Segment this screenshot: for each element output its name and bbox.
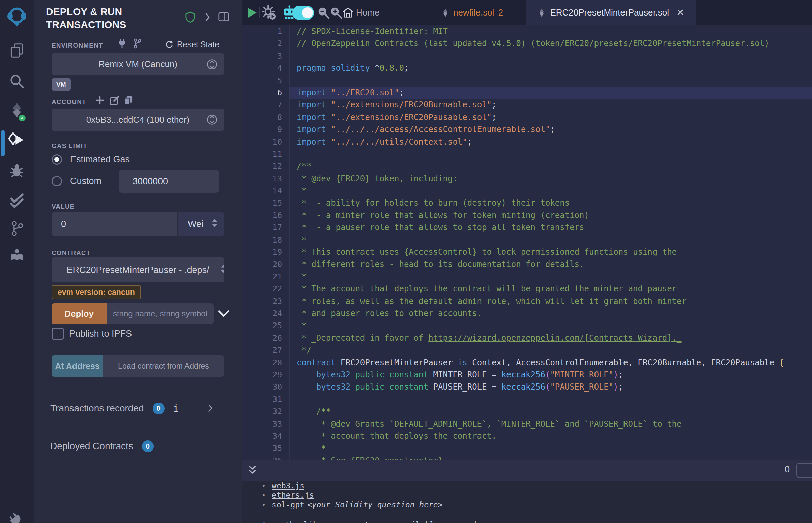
code-line[interactable]: 31 — [242, 393, 812, 405]
account-select[interactable]: 0x5B3...eddC4 (100 ether) — [52, 109, 224, 131]
code-line[interactable]: 11 — [242, 148, 812, 160]
code-line[interactable]: 9import "../../../access/AccessControlEn… — [242, 123, 812, 136]
reset-state-button[interactable]: Reset State — [165, 40, 219, 49]
code-line[interactable]: 30 bytes32 public constant PAUSER_ROLE =… — [242, 381, 812, 393]
code-line[interactable]: 6import "../ERC20.sol"; — [242, 87, 812, 99]
publish-ipfs-checkbox[interactable] — [52, 327, 64, 340]
deploy-expand-chevron-icon[interactable] — [218, 310, 229, 319]
run-settings-gear-icon[interactable] — [262, 5, 277, 22]
code-line[interactable]: 16 * - a minter role that allows for tok… — [242, 209, 812, 221]
code-line[interactable]: 33 * @dev Grants `DEFAULT_ADMIN_ROLE`, `… — [242, 418, 812, 430]
code-line[interactable]: 23 * roles, as well as the default admin… — [242, 295, 812, 307]
code-text: import "../extensions/ERC20Pausable.sol"… — [282, 111, 496, 123]
code-text: import "../../../access/AccessControlEnu… — [282, 123, 555, 136]
at-address-input[interactable]: Load contract from Addres — [103, 355, 224, 377]
terminal-bar[interactable]: 0 — [242, 460, 812, 481]
code-line[interactable]: 2// OpenZeppelin Contracts (last updated… — [242, 37, 812, 50]
copilot-toggle[interactable] — [293, 6, 314, 20]
code-line[interactable]: 26 * _Deprecated in favor of https://wiz… — [242, 332, 812, 344]
code-line[interactable]: 36 * See {ERC20-constructor}. — [242, 455, 812, 460]
solidity-compiler-icon[interactable]: ✓ — [10, 102, 24, 120]
layout-columns-icon[interactable] — [218, 12, 229, 22]
code-line[interactable]: 34 * account that deploys the contract. — [242, 430, 812, 442]
code-line[interactable]: 7import "../extensions/ERC20Burnable.sol… — [242, 99, 812, 111]
zoom-out-icon[interactable] — [317, 6, 330, 21]
search-icon[interactable] — [9, 73, 24, 90]
code-line[interactable]: 8import "../extensions/ERC20Pausable.sol… — [242, 111, 812, 123]
code-line[interactable]: 3 — [242, 50, 812, 62]
code-line[interactable]: 4pragma solidity ^0.8.0; — [242, 62, 812, 74]
pin-panel-chevron-icon[interactable] — [205, 12, 210, 22]
add-account-icon[interactable] — [95, 96, 105, 105]
remix-logo-icon[interactable] — [7, 7, 26, 29]
remix-ide-window: ✓ DEPLOY & RUN TRANSACTIONS — [0, 0, 812, 523]
unit-testing-icon[interactable] — [9, 192, 24, 210]
deploy-button[interactable]: Deploy — [52, 303, 107, 324]
code-line[interactable]: 29 bytes32 public constant MINTER_ROLE =… — [242, 369, 812, 381]
code-lines[interactable]: 1// SPDX-License-Identifier: MIT2// Open… — [242, 25, 812, 460]
code-line[interactable]: 32 /** — [242, 405, 812, 417]
code-line[interactable]: 24 * and pauser roles to other accounts. — [242, 307, 812, 320]
code-line[interactable]: 18 * — [242, 234, 812, 246]
plugin-manager-icon[interactable] — [6, 510, 27, 523]
deploy-run-icon[interactable] — [8, 132, 25, 149]
estimated-gas-radio[interactable]: Estimated Gas — [52, 154, 130, 165]
code-line[interactable]: 20 * different roles - head to its docum… — [242, 258, 812, 270]
unit-updown-icon — [212, 219, 217, 230]
code-line[interactable]: 22 * The account that deploys the contra… — [242, 283, 812, 295]
line-number: 25 — [242, 320, 282, 331]
code-line[interactable]: 21 * — [242, 271, 812, 283]
run-script-icon[interactable] — [248, 8, 257, 18]
fork-state-icon[interactable] — [133, 38, 142, 49]
code-line[interactable]: 13 * @dev {ERC20} token, including: — [242, 173, 812, 185]
contract-select[interactable]: ERC20PresetMinterPauser - .deps/ — [52, 257, 224, 283]
value-input[interactable]: 0 — [52, 212, 177, 236]
edit-account-icon[interactable] — [110, 96, 119, 106]
plug-icon[interactable] — [118, 39, 126, 49]
code-line[interactable]: 35 * — [242, 442, 812, 454]
environment-select[interactable]: Remix VM (Cancun) — [52, 53, 224, 75]
custom-gas-radio[interactable]: Custom — [52, 176, 102, 186]
custom-gas-input[interactable]: 3000000 — [119, 170, 219, 193]
line-number: 8 — [242, 111, 282, 123]
web3js-link[interactable]: web3.js — [272, 481, 304, 490]
tab-erc20presetminterpauser[interactable]: ERC20PresetMinterPauser.sol ✕ — [526, 0, 696, 25]
home-icon[interactable] — [342, 7, 354, 20]
radio-unselected-icon[interactable] — [52, 176, 62, 186]
code-line[interactable]: 28contract ERC20PresetMinterPauser is Co… — [242, 357, 812, 369]
code-line[interactable]: 10import "../../../utils/Context.sol"; — [242, 136, 812, 148]
code-line[interactable]: 19 * This contract uses {AccessControl} … — [242, 246, 812, 258]
git-icon[interactable] — [10, 220, 23, 239]
code-text: * different roles - head to its document… — [282, 258, 584, 270]
code-line[interactable]: 5 — [242, 74, 812, 87]
code-line[interactable]: 25 * — [242, 320, 812, 331]
code-line[interactable]: 12/** — [242, 160, 812, 172]
radio-selected-icon[interactable] — [52, 154, 62, 165]
tab-home[interactable]: Home — [356, 7, 379, 18]
terminal-search-box[interactable] — [796, 463, 812, 478]
value-unit-select[interactable]: Wei — [178, 212, 224, 236]
reset-icon — [165, 40, 174, 49]
terminal-output[interactable]: • web3.js • ethers.js • sol-gpt <your So… — [242, 481, 812, 523]
code-editor[interactable]: 1// SPDX-License-Identifier: MIT2// Open… — [242, 25, 812, 460]
file-explorer-icon[interactable] — [10, 42, 24, 60]
deploy-args-input[interactable]: string name, string symbol — [107, 303, 214, 324]
ethersjs-link[interactable]: ethers.js — [272, 491, 314, 500]
copy-account-icon[interactable] — [124, 95, 133, 106]
code-line[interactable]: 17 * - a pauser role that allows to stop… — [242, 221, 812, 234]
code-line[interactable]: 1// SPDX-License-Identifier: MIT — [242, 25, 812, 37]
close-tab-icon[interactable]: ✕ — [676, 7, 684, 18]
zoom-in-icon[interactable] — [329, 6, 342, 21]
tab-newfile[interactable]: newfile.sol 2 — [442, 0, 503, 25]
code-line[interactable]: 15 * - ability for holders to burn (dest… — [242, 197, 812, 209]
divider — [34, 426, 242, 426]
collapse-terminal-icon[interactable] — [248, 465, 257, 477]
code-line[interactable]: 27 */ — [242, 344, 812, 356]
at-address-button[interactable]: At Address — [52, 355, 103, 377]
transactions-expand-chevron-icon[interactable] — [208, 404, 213, 413]
debugger-icon[interactable] — [10, 162, 24, 179]
learneth-icon[interactable] — [10, 248, 24, 264]
info-icon[interactable]: i — [173, 403, 179, 414]
code-line[interactable]: 14 * — [242, 185, 812, 197]
transactions-recorded-row[interactable]: Transactions recorded 0 i — [50, 400, 179, 416]
